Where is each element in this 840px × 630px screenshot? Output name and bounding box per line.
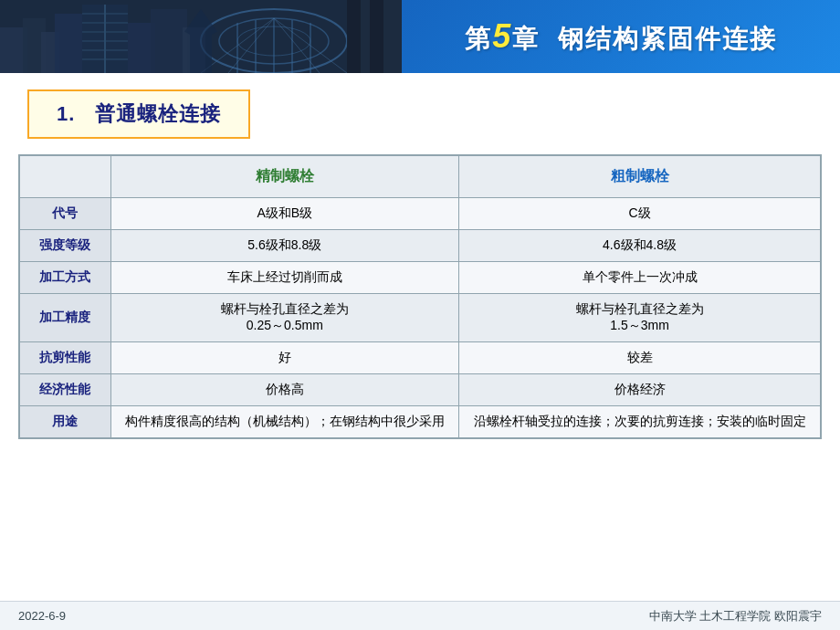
svg-rect-14 xyxy=(151,9,187,73)
row-label: 代号 xyxy=(19,198,110,230)
row-cuzhi-value: 价格经济 xyxy=(459,374,821,406)
row-cuzhi-value: 螺杆与栓孔直径之差为 1.5～3mm xyxy=(459,294,821,342)
header-jingzhi: 精制螺栓 xyxy=(110,155,459,198)
section-title: 普通螺栓连接 xyxy=(95,102,221,125)
section-title-box: 1. 普通螺栓连接 xyxy=(27,89,250,139)
table-row: 经济性能价格高价格经济 xyxy=(19,374,821,406)
chapter-number: 5 xyxy=(492,17,512,55)
table-row: 加工方式车床上经过切削而成单个零件上一次冲成 xyxy=(19,262,821,294)
row-label: 用途 xyxy=(19,406,110,439)
header-image xyxy=(0,0,402,73)
table-row: 代号A级和B级C级 xyxy=(19,198,821,230)
page-title: 第5章 钢结构紧固件连接 xyxy=(465,17,777,57)
row-label: 抗剪性能 xyxy=(19,342,110,374)
row-cuzhi-value: 较差 xyxy=(459,342,821,374)
table-header-row: 精制螺栓 粗制螺栓 xyxy=(19,155,821,198)
header-cuzhi: 粗制螺栓 xyxy=(459,155,821,198)
header-empty xyxy=(19,155,110,198)
row-jingzhi-value: 5.6级和8.8级 xyxy=(110,230,459,262)
svg-rect-4 xyxy=(55,14,87,73)
table-container: 精制螺栓 粗制螺栓 代号A级和B级C级强度等级5.6级和8.8级4.6级和4.8… xyxy=(0,150,840,448)
footer: 2022-6-9 中南大学 土木工程学院 欧阳震宇 xyxy=(0,601,840,630)
row-jingzhi-value: 车床上经过切削而成 xyxy=(110,262,459,294)
header-title-area: 第5章 钢结构紧固件连接 xyxy=(402,0,840,73)
title-prefix: 第 xyxy=(465,25,492,53)
table-row: 用途构件精度很高的结构（机械结构）；在钢结构中很少采用沿螺栓杆轴受拉的连接；次要… xyxy=(19,406,821,439)
row-jingzhi-value: 好 xyxy=(110,342,459,374)
row-label: 加工精度 xyxy=(19,294,110,342)
section-number: 1. xyxy=(57,102,75,125)
svg-rect-31 xyxy=(383,0,402,73)
row-jingzhi-value: 价格高 xyxy=(110,374,459,406)
svg-rect-28 xyxy=(347,0,361,73)
row-label: 加工方式 xyxy=(19,262,110,294)
row-label: 经济性能 xyxy=(19,374,110,406)
row-cuzhi-value: C级 xyxy=(459,198,821,230)
title-main-text: 钢结构紧固件连接 xyxy=(558,25,777,53)
row-jingzhi-value: 构件精度很高的结构（机械结构）；在钢结构中很少采用 xyxy=(110,406,459,439)
footer-date: 2022-6-9 xyxy=(18,609,66,623)
svg-rect-30 xyxy=(370,0,383,73)
table-row: 强度等级5.6级和8.8级4.6级和4.8级 xyxy=(19,230,821,262)
footer-university: 中南大学 土木工程学院 欧阳震宇 xyxy=(649,608,822,625)
section-title-area: 1. 普通螺栓连接 xyxy=(0,73,840,150)
title-chapter-word: 章 xyxy=(512,25,540,53)
row-cuzhi-value: 单个零件上一次冲成 xyxy=(459,262,821,294)
svg-rect-15 xyxy=(183,27,205,73)
comparison-table: 精制螺栓 粗制螺栓 代号A级和B级C级强度等级5.6级和8.8级4.6级和4.8… xyxy=(18,154,822,439)
row-cuzhi-value: 4.6级和4.8级 xyxy=(459,230,821,262)
row-jingzhi-value: 螺杆与栓孔直径之差为 0.25～0.5mm xyxy=(110,294,459,342)
svg-rect-29 xyxy=(361,0,370,73)
row-jingzhi-value: A级和B级 xyxy=(110,198,459,230)
table-row: 抗剪性能好较差 xyxy=(19,342,821,374)
header: 第5章 钢结构紧固件连接 xyxy=(0,0,840,73)
table-row: 加工精度螺杆与栓孔直径之差为 0.25～0.5mm螺杆与栓孔直径之差为 1.5～… xyxy=(19,294,821,342)
row-label: 强度等级 xyxy=(19,230,110,262)
row-cuzhi-value: 沿螺栓杆轴受拉的连接；次要的抗剪连接；安装的临时固定 xyxy=(459,406,821,439)
